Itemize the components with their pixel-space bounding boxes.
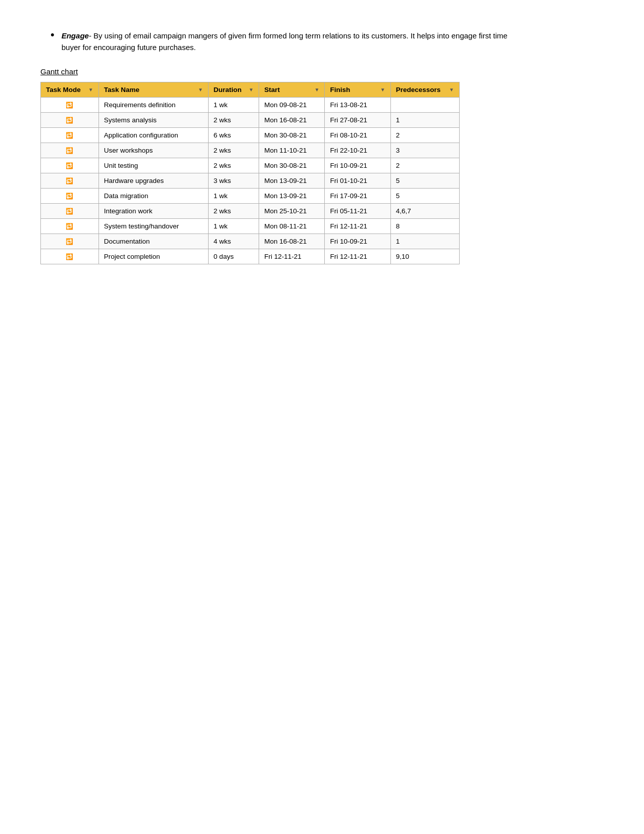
task-mode-cell: 🔁 — [41, 173, 99, 189]
table-row: 🔁User workshops2 wksMon 11-10-21Fri 22-1… — [41, 143, 460, 158]
duration-cell: 6 wks — [208, 128, 259, 143]
finish-cell: Fri 22-10-21 — [325, 143, 390, 158]
start-cell: Mon 09-08-21 — [259, 98, 325, 113]
table-row: 🔁Integration work2 wksMon 25-10-21Fri 05… — [41, 204, 460, 219]
th-predecessors[interactable]: Predecessors ▼ — [390, 82, 459, 98]
task-mode-icon: 🔁 — [66, 223, 73, 230]
duration-cell: 1 wk — [208, 219, 259, 234]
task-mode-icon: 🔁 — [66, 238, 73, 245]
finish-cell: Fri 12-11-21 — [325, 249, 390, 264]
task-name-cell: Project completion — [98, 249, 208, 264]
gantt-table: Task Mode ▼ Task Name ▼ Duration ▼ — [40, 82, 460, 264]
predecessors-dropdown-icon: ▼ — [449, 87, 454, 92]
task-mode-icon: 🔁 — [66, 193, 73, 200]
start-dropdown-icon: ▼ — [315, 87, 320, 92]
bullet-dot: • — [51, 28, 55, 41]
start-cell: Mon 30-08-21 — [259, 128, 325, 143]
task-mode-cell: 🔁 — [41, 249, 99, 264]
duration-cell: 2 wks — [208, 158, 259, 173]
task-mode-icon: 🔁 — [66, 117, 73, 124]
start-cell: Fri 12-11-21 — [259, 249, 325, 264]
task-mode-cell: 🔁 — [41, 158, 99, 173]
table-row: 🔁Data migration1 wkMon 13-09-21Fri 17-09… — [41, 189, 460, 204]
task-mode-cell: 🔁 — [41, 98, 99, 113]
section-title: Gantt chart — [40, 67, 604, 76]
table-row: 🔁Requirements definition1 wkMon 09-08-21… — [41, 98, 460, 113]
task-mode-cell: 🔁 — [41, 113, 99, 128]
finish-cell: Fri 17-09-21 — [325, 189, 390, 204]
task-name-cell: Hardware upgrades — [98, 173, 208, 189]
task-name-cell: Application configuration — [98, 128, 208, 143]
duration-cell: 2 wks — [208, 113, 259, 128]
th-task-mode[interactable]: Task Mode ▼ — [41, 82, 99, 98]
table-row: 🔁System testing/handover1 wkMon 08-11-21… — [41, 219, 460, 234]
task-mode-cell: 🔁 — [41, 204, 99, 219]
task-name-cell: Data migration — [98, 189, 208, 204]
bullet-text: Engage- By using of email campaign mange… — [62, 30, 516, 53]
duration-cell: 2 wks — [208, 143, 259, 158]
task-mode-cell: 🔁 — [41, 234, 99, 249]
task-name-cell: Integration work — [98, 204, 208, 219]
finish-cell: Fri 27-08-21 — [325, 113, 390, 128]
task-mode-icon: 🔁 — [66, 208, 73, 215]
predecessors-cell: 4,6,7 — [390, 204, 459, 219]
task-name-cell: Unit testing — [98, 158, 208, 173]
table-row: 🔁Unit testing2 wksMon 30-08-21Fri 10-09-… — [41, 158, 460, 173]
task-mode-cell: 🔁 — [41, 128, 99, 143]
duration-cell: 0 days — [208, 249, 259, 264]
predecessors-cell: 3 — [390, 143, 459, 158]
th-duration[interactable]: Duration ▼ — [208, 82, 259, 98]
finish-cell: Fri 13-08-21 — [325, 98, 390, 113]
start-cell: Mon 11-10-21 — [259, 143, 325, 158]
task-mode-icon: 🔁 — [66, 147, 73, 154]
task-mode-cell: 🔁 — [41, 143, 99, 158]
duration-dropdown-icon: ▼ — [249, 87, 254, 92]
predecessors-cell: 2 — [390, 158, 459, 173]
task-mode-icon: 🔁 — [66, 253, 73, 260]
start-cell: Mon 25-10-21 — [259, 204, 325, 219]
task-name-cell: Requirements definition — [98, 98, 208, 113]
start-cell: Mon 30-08-21 — [259, 158, 325, 173]
predecessors-cell — [390, 98, 459, 113]
bullet-section: • Engage- By using of email campaign man… — [40, 30, 604, 53]
predecessors-cell: 5 — [390, 189, 459, 204]
finish-dropdown-icon: ▼ — [380, 87, 385, 92]
predecessors-cell: 1 — [390, 234, 459, 249]
task-mode-icon: 🔁 — [66, 162, 73, 169]
finish-cell: Fri 01-10-21 — [325, 173, 390, 189]
duration-cell: 3 wks — [208, 173, 259, 189]
predecessors-cell: 5 — [390, 173, 459, 189]
task-name-dropdown-icon: ▼ — [198, 87, 203, 92]
duration-cell: 4 wks — [208, 234, 259, 249]
finish-cell: Fri 05-11-21 — [325, 204, 390, 219]
table-row: 🔁Hardware upgrades3 wksMon 13-09-21Fri 0… — [41, 173, 460, 189]
th-finish[interactable]: Finish ▼ — [325, 82, 390, 98]
predecessors-cell: 2 — [390, 128, 459, 143]
task-mode-icon: 🔁 — [66, 132, 73, 139]
duration-cell: 1 wk — [208, 98, 259, 113]
predecessors-cell: 9,10 — [390, 249, 459, 264]
start-cell: Mon 13-09-21 — [259, 173, 325, 189]
start-cell: Mon 08-11-21 — [259, 219, 325, 234]
table-header-row: Task Mode ▼ Task Name ▼ Duration ▼ — [41, 82, 460, 98]
task-mode-icon: 🔁 — [66, 177, 73, 184]
table-row: 🔁Documentation4 wksMon 16-08-21Fri 10-09… — [41, 234, 460, 249]
task-mode-cell: 🔁 — [41, 219, 99, 234]
finish-cell: Fri 10-09-21 — [325, 234, 390, 249]
bullet-body: By using of email campaign mangers of gi… — [62, 31, 508, 52]
finish-cell: Fri 08-10-21 — [325, 128, 390, 143]
finish-cell: Fri 12-11-21 — [325, 219, 390, 234]
th-start[interactable]: Start ▼ — [259, 82, 325, 98]
task-mode-icon: 🔁 — [66, 102, 73, 109]
bullet-item: • Engage- By using of email campaign man… — [51, 30, 604, 53]
th-task-name[interactable]: Task Name ▼ — [98, 82, 208, 98]
task-name-cell: User workshops — [98, 143, 208, 158]
task-name-cell: System testing/handover — [98, 219, 208, 234]
gantt-section: Gantt chart Task Mode ▼ Task Name ▼ — [40, 67, 604, 264]
predecessors-cell: 8 — [390, 219, 459, 234]
table-row: 🔁Project completion0 daysFri 12-11-21Fri… — [41, 249, 460, 264]
task-name-cell: Systems analysis — [98, 113, 208, 128]
duration-cell: 2 wks — [208, 204, 259, 219]
task-name-cell: Documentation — [98, 234, 208, 249]
start-cell: Mon 13-09-21 — [259, 189, 325, 204]
